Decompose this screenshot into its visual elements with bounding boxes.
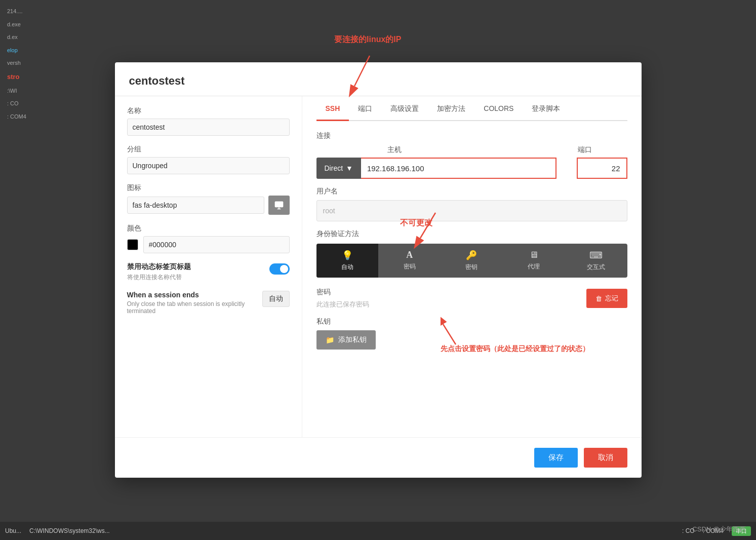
password-row: 密码 此连接已保存密码 🗑 忘记 <box>316 288 627 309</box>
forget-label: 忘记 <box>605 294 618 303</box>
connection-type-button[interactable]: Direct ▼ <box>316 158 361 179</box>
color-row <box>127 236 290 253</box>
auth-methods: 💡 自动 A 密码 🔑 密钥 🖥 代理 <box>316 244 627 278</box>
icon-label: 图标 <box>127 183 290 192</box>
session-main-label: When a session ends <box>127 291 262 299</box>
host-input[interactable] <box>361 158 556 179</box>
agent-icon: 🖥 <box>507 250 561 260</box>
color-swatch[interactable] <box>127 239 138 250</box>
cancel-button[interactable]: 取消 <box>584 448 627 468</box>
icon-input[interactable] <box>127 197 264 214</box>
username-label: 用户名 <box>316 187 627 196</box>
dialog-title: centostest <box>115 62 642 96</box>
trash-icon: 🗑 <box>595 295 602 302</box>
tab-advanced[interactable]: 高级设置 <box>381 98 428 121</box>
session-value: 自动 <box>262 291 290 307</box>
host-label: 主机 <box>387 145 402 155</box>
auth-label: 身份验证方法 <box>316 229 627 239</box>
svg-rect-0 <box>274 202 283 208</box>
toggle-sub-label: 将使用连接名称代替 <box>127 273 264 282</box>
password-section: 密码 此连接已保存密码 🗑 忘记 <box>316 288 627 309</box>
host-input-wrapper <box>361 158 556 179</box>
group-label: 分组 <box>127 145 290 154</box>
toggle-knob <box>280 265 288 273</box>
folder-icon: 📁 <box>326 336 334 344</box>
csdn-badge: CSDN @少年西西 <box>692 525 746 534</box>
save-button[interactable]: 保存 <box>534 448 578 468</box>
tab-ssh[interactable]: SSH <box>316 98 349 121</box>
port-input-wrapper <box>577 158 627 179</box>
password-field-label: 密码 <box>316 288 369 297</box>
auth-method-agent[interactable]: 🖥 代理 <box>503 244 565 278</box>
icon-preview <box>268 196 290 215</box>
color-input[interactable] <box>143 236 290 253</box>
dialog-body: 名称 分组 图标 颜色 <box>115 96 642 437</box>
password-label: 密码 <box>382 262 436 271</box>
toggle-switch[interactable] <box>269 263 290 275</box>
left-panel: 名称 分组 图标 颜色 <box>115 96 302 437</box>
agent-label: 代理 <box>507 262 561 271</box>
password-icon: A <box>382 250 436 260</box>
toggle-main-label: 禁用动态标签页标题 <box>127 262 264 272</box>
key-icon: 🔑 <box>445 250 499 261</box>
color-label: 颜色 <box>127 224 290 233</box>
tab-login-script[interactable]: 登录脚本 <box>523 98 569 121</box>
add-privatekey-label: 添加私钥 <box>338 335 367 344</box>
add-privatekey-button[interactable]: 📁 添加私钥 <box>316 330 376 350</box>
bottom-item-1[interactable]: Ubu... <box>5 527 21 534</box>
auth-method-key[interactable]: 🔑 密钥 <box>441 244 503 278</box>
forget-button[interactable]: 🗑 忘记 <box>586 289 627 308</box>
connection-section-label: 连接 <box>316 131 627 140</box>
password-saved-text: 此连接已保存密码 <box>316 300 369 309</box>
dialog-footer: 保存 取消 <box>115 437 642 478</box>
connection-row: Direct ▼ <box>316 158 627 179</box>
username-input <box>316 200 627 221</box>
toggle-label-block: 禁用动态标签页标题 将使用连接名称代替 <box>127 262 264 282</box>
toggle-row: 禁用动态标签页标题 将使用连接名称代替 <box>127 262 290 282</box>
name-label: 名称 <box>127 106 290 115</box>
auth-method-auto[interactable]: 💡 自动 <box>316 244 379 278</box>
icon-field-row <box>127 196 290 215</box>
port-input[interactable] <box>577 158 627 179</box>
auto-icon: 💡 <box>321 250 375 261</box>
bottom-bar: Ubu... C:\WINDOWS\system32\ws... : CO : … <box>0 522 756 540</box>
interactive-icon: ⌨ <box>569 250 623 261</box>
session-label-block: When a session ends Only close the tab w… <box>127 291 262 315</box>
connection-type-label: Direct <box>325 164 343 172</box>
tab-port[interactable]: 端口 <box>349 98 381 121</box>
privatekey-label: 私钥 <box>316 317 627 326</box>
right-panel: SSH 端口 高级设置 加密方法 COLORS 登录脚本 连接 主机 端口 <box>302 96 642 437</box>
interactive-label: 交互式 <box>569 263 623 272</box>
tab-encryption[interactable]: 加密方法 <box>428 98 474 121</box>
tabs-row: SSH 端口 高级设置 加密方法 COLORS 登录脚本 <box>316 96 627 121</box>
dropdown-icon: ▼ <box>346 164 353 172</box>
auto-label: 自动 <box>321 263 375 272</box>
privatekey-section: 私钥 📁 添加私钥 <box>316 317 627 350</box>
auth-method-password[interactable]: A 密码 <box>378 244 441 278</box>
password-left: 密码 此连接已保存密码 <box>316 288 369 309</box>
dialog: centostest 名称 分组 图标 <box>115 62 642 478</box>
name-input[interactable] <box>127 119 290 136</box>
key-label: 密钥 <box>445 263 499 272</box>
port-label-text: 端口 <box>578 145 592 155</box>
bottom-item-2[interactable]: C:\WINDOWS\system32\ws... <box>29 527 110 534</box>
group-input[interactable] <box>127 157 290 174</box>
conn-label-row: 主机 端口 <box>316 145 627 155</box>
tab-colors[interactable]: COLORS <box>474 98 523 121</box>
session-sub-label: Only close the tab when session is expli… <box>127 300 262 315</box>
dialog-backdrop: centostest 名称 分组 图标 <box>0 0 756 540</box>
auth-method-interactive[interactable]: ⌨ 交互式 <box>565 244 627 278</box>
session-row: When a session ends Only close the tab w… <box>127 291 290 315</box>
